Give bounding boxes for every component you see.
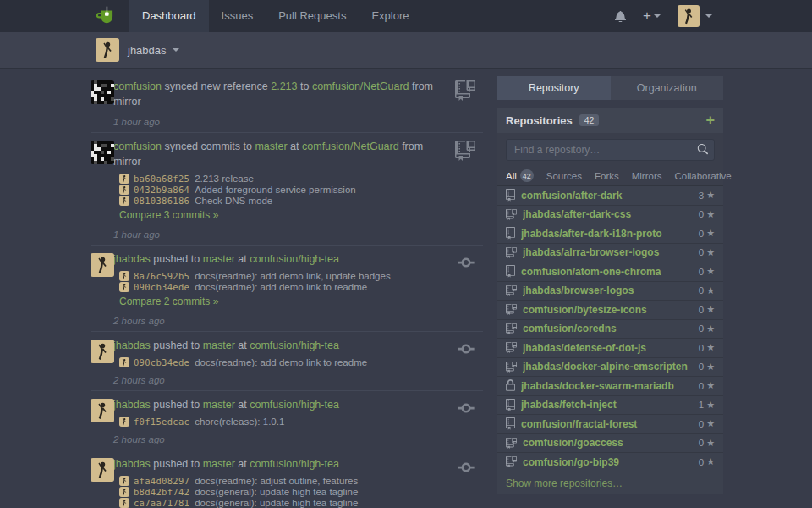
compare-commits-link[interactable]: Compare 2 commits » <box>119 295 449 308</box>
repo-filter-collaborative[interactable]: Collaborative <box>675 171 732 181</box>
actor-avatar[interactable] <box>91 340 114 363</box>
feed-link[interactable]: comfusion/high-tea <box>250 340 339 351</box>
committer-avatar[interactable] <box>119 498 129 508</box>
feed-link[interactable]: master <box>203 253 235 265</box>
actor-avatar[interactable] <box>91 141 114 164</box>
repository-name[interactable]: comfusion/goaccess <box>523 437 699 449</box>
repository-name[interactable]: jhabdas/docker-alpine-emscripten <box>523 361 699 373</box>
context-user-name[interactable]: jhabdas <box>128 44 167 57</box>
committer-avatar[interactable] <box>119 487 129 497</box>
actor-avatar[interactable] <box>91 399 114 422</box>
actor-avatar[interactable] <box>91 253 114 277</box>
commit-sha[interactable]: ba60a68f25 <box>134 174 189 184</box>
repository-name[interactable]: comfusion/atom-one-chroma <box>521 266 699 278</box>
feed-link[interactable]: jhabdas <box>113 458 151 470</box>
chevron-down-icon[interactable] <box>173 48 179 52</box>
repo-filter-forks[interactable]: Forks <box>595 171 619 181</box>
feed-link[interactable]: master <box>203 340 235 351</box>
commit-sha[interactable]: 090cb34ede <box>134 357 189 367</box>
panel-tab-organization[interactable]: Organization <box>611 76 724 100</box>
repo-filter-sources[interactable]: Sources <box>546 171 582 181</box>
commit-sha[interactable]: 0810386186 <box>134 196 189 206</box>
repository-name[interactable]: jhabdas/fetch-inject <box>521 399 699 411</box>
actor-avatar[interactable] <box>91 458 114 482</box>
repository-name[interactable]: jhabdas/alrra-browser-logos <box>523 246 699 258</box>
repository-name[interactable]: jhabdas/after-dark-i18n-proto <box>521 228 699 240</box>
repo-filter-mirrors[interactable]: Mirrors <box>632 171 662 181</box>
committer-avatar[interactable] <box>119 196 129 206</box>
feed-link[interactable]: comfusion/high-tea <box>250 253 339 265</box>
nav-item-issues[interactable]: Issues <box>209 0 266 32</box>
show-more-repositories-link[interactable]: Show more repositories… <box>497 472 723 494</box>
commit-sha[interactable]: ca7aa71781 <box>134 498 189 508</box>
search-icon[interactable] <box>697 144 708 155</box>
repository-name[interactable]: comfusion/coredns <box>523 323 699 334</box>
repository-row[interactable]: comfusion/bytesize-icons0★ <box>497 301 723 320</box>
committer-avatar[interactable] <box>119 476 129 486</box>
commit-sha[interactable]: b8d42bf742 <box>134 487 189 497</box>
repository-name[interactable]: comfusion/after-dark <box>521 190 699 202</box>
committer-avatar[interactable] <box>119 174 129 184</box>
feed-link[interactable]: comfusion/NetGuard <box>312 80 409 92</box>
commit-sha[interactable]: 090cb34ede <box>134 282 189 292</box>
feed-link[interactable]: jhabdas <box>113 253 151 265</box>
create-new-button[interactable]: + <box>643 8 661 25</box>
repository-row[interactable]: jhabdas/browser-logos0★ <box>497 282 723 301</box>
repository-name[interactable]: comfusion/go-bip39 <box>523 456 699 468</box>
repository-row[interactable]: comfusion/goaccess0★ <box>497 434 723 454</box>
nav-item-explore[interactable]: Explore <box>359 0 421 32</box>
feed-text: at <box>235 399 250 411</box>
repository-name[interactable]: comfusion/bytesize-icons <box>523 304 699 316</box>
repository-row[interactable]: jhabdas/fetch-inject1★ <box>497 396 723 416</box>
feed-link[interactable]: jhabdas <box>113 340 151 351</box>
compare-commits-link[interactable]: Compare 3 commits » <box>119 209 449 222</box>
committer-avatar[interactable] <box>119 282 129 292</box>
repository-row[interactable]: comfusion/atom-one-chroma0★ <box>497 262 723 282</box>
commit-sha[interactable]: 8a76c592b5 <box>134 271 189 281</box>
feed-link[interactable]: 2.213 <box>271 80 297 92</box>
repository-row[interactable]: jhabdas/alrra-browser-logos0★ <box>497 244 723 263</box>
repository-search-input[interactable] <box>506 139 715 161</box>
feed-link[interactable]: master <box>255 141 287 152</box>
repository-row[interactable]: jhabdas/docker-alpine-emscripten0★ <box>497 358 723 378</box>
nav-item-dashboard[interactable]: Dashboard <box>129 0 209 32</box>
feed-link[interactable]: comfusion <box>113 141 162 152</box>
committer-avatar[interactable] <box>119 357 129 367</box>
feed-link[interactable]: comfusion/high-tea <box>250 399 339 411</box>
feed-link[interactable]: master <box>203 458 235 470</box>
feed-link[interactable]: comfusion <box>113 80 162 92</box>
feed-link[interactable]: comfusion/high-tea <box>250 458 339 470</box>
add-repository-button[interactable]: + <box>705 113 715 128</box>
nav-item-pull-requests[interactable]: Pull Requests <box>266 0 359 32</box>
repository-row[interactable]: comfusion/fractal-forest0★ <box>497 415 723 434</box>
repo-filter-all[interactable]: All42 <box>506 169 534 182</box>
user-menu[interactable] <box>678 5 712 27</box>
repository-name[interactable]: jhabdas/defense-of-dot-js <box>523 342 699 354</box>
repository-row[interactable]: jhabdas/docker-swarm-mariadb0★ <box>497 377 723 396</box>
actor-avatar[interactable] <box>91 80 114 104</box>
committer-avatar[interactable] <box>119 417 129 427</box>
bell-icon[interactable] <box>615 10 626 23</box>
repository-row[interactable]: jhabdas/after-dark-css0★ <box>497 206 723 225</box>
commit-sha[interactable]: f0f15edcac <box>134 417 189 427</box>
repository-row[interactable]: jhabdas/defense-of-dot-js0★ <box>497 339 723 358</box>
user-avatar[interactable] <box>678 5 700 27</box>
commit-sha[interactable]: 0432b9a864 <box>134 185 189 195</box>
context-avatar[interactable] <box>96 38 119 62</box>
repository-name[interactable]: jhabdas/after-dark-css <box>523 208 699 220</box>
feed-link[interactable]: comfusion/NetGuard <box>302 141 399 152</box>
repository-name[interactable]: comfusion/fractal-forest <box>521 418 699 430</box>
committer-avatar[interactable] <box>119 185 129 195</box>
gitea-mug-icon[interactable] <box>95 5 118 28</box>
repository-row[interactable]: comfusion/coredns0★ <box>497 320 723 340</box>
repository-row[interactable]: comfusion/go-bip390★ <box>497 453 723 472</box>
repository-name[interactable]: jhabdas/docker-swarm-mariadb <box>521 380 699 392</box>
repository-row[interactable]: jhabdas/after-dark-i18n-proto0★ <box>497 224 723 244</box>
committer-avatar[interactable] <box>119 271 129 281</box>
feed-link[interactable]: jhabdas <box>113 399 151 411</box>
feed-link[interactable]: master <box>203 399 235 411</box>
repository-name[interactable]: jhabdas/browser-logos <box>523 284 699 296</box>
repository-row[interactable]: comfusion/after-dark3★ <box>497 186 723 206</box>
commit-sha[interactable]: afa4d08297 <box>134 476 189 486</box>
panel-tab-repository[interactable]: Repository <box>497 76 611 100</box>
